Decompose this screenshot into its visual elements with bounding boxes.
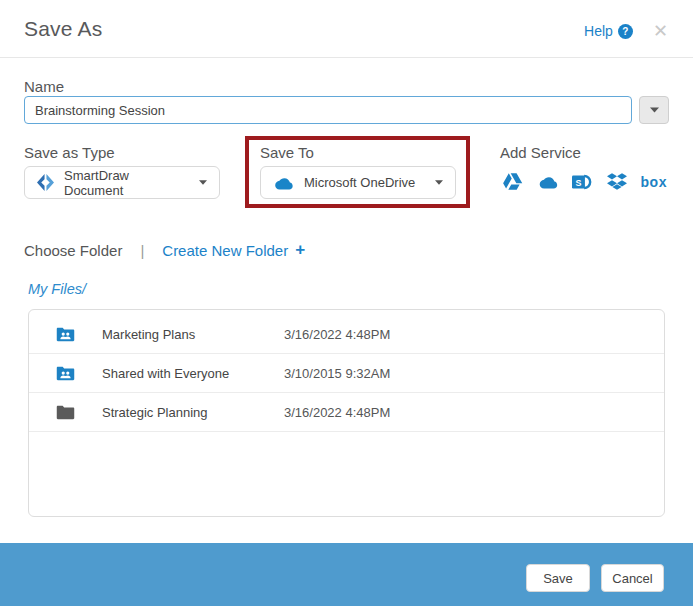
- name-history-dropdown-button[interactable]: [639, 96, 669, 124]
- sharepoint-letter: S: [576, 177, 582, 187]
- onedrive-icon[interactable]: [537, 175, 559, 189]
- google-drive-icon[interactable]: [502, 172, 523, 191]
- breadcrumb[interactable]: My Files/: [28, 281, 86, 297]
- onedrive-cloud-icon: [273, 176, 294, 190]
- chevron-down-icon: [650, 107, 659, 113]
- folder-modified-date: 3/10/2015 9:32AM: [284, 366, 390, 381]
- save-as-type-dropdown[interactable]: SmartDraw Document: [24, 166, 220, 199]
- dropbox-icon[interactable]: [607, 173, 627, 190]
- create-new-folder-button[interactable]: Create New Folder +: [162, 240, 305, 260]
- create-new-folder-label: Create New Folder: [162, 242, 288, 259]
- list-item[interactable]: Shared with Everyone 3/10/2015 9:32AM: [29, 354, 664, 393]
- folder-icon: [56, 405, 75, 424]
- save-to-label: Save To: [260, 144, 314, 161]
- help-icon: ?: [618, 24, 633, 39]
- folder-modified-date: 3/16/2022 4:48PM: [284, 327, 390, 342]
- save-as-dialog: Save As Help ? ✕ Name Save as Type Smart…: [0, 0, 693, 606]
- cancel-button[interactable]: Cancel: [601, 564, 664, 592]
- list-item[interactable]: Strategic Planning 3/16/2022 4:48PM: [29, 393, 664, 432]
- divider: |: [140, 242, 144, 259]
- help-label: Help: [584, 23, 613, 39]
- shared-folder-icon: [56, 327, 75, 346]
- folder-name: Shared with Everyone: [102, 366, 229, 381]
- dialog-footer: Save Cancel: [0, 543, 693, 606]
- save-to-highlight-box: Save To Microsoft OneDrive: [245, 136, 470, 208]
- save-to-value: Microsoft OneDrive: [304, 175, 425, 190]
- header-actions: Help ? ✕: [584, 22, 668, 40]
- list-item[interactable]: Marketing Plans 3/16/2022 4:48PM: [29, 315, 664, 354]
- page-title: Save As: [24, 17, 102, 41]
- folder-modified-date: 3/16/2022 4:48PM: [284, 405, 390, 420]
- shared-folder-icon: [56, 366, 75, 385]
- choose-folder-label: Choose Folder: [24, 242, 122, 259]
- folder-name: Marketing Plans: [102, 327, 195, 342]
- plus-icon: +: [295, 240, 305, 260]
- chevron-down-icon: [435, 180, 443, 185]
- dialog-header: Save As Help ? ✕: [0, 0, 693, 58]
- folder-action-bar: Choose Folder | Create New Folder +: [24, 240, 305, 260]
- chevron-down-icon: [199, 180, 207, 185]
- folder-list: Marketing Plans 3/16/2022 4:48PM Shared …: [28, 309, 665, 517]
- box-logo-text: box: [641, 174, 667, 190]
- add-service-label: Add Service: [500, 144, 581, 161]
- sharepoint-icon[interactable]: S: [572, 173, 593, 191]
- name-input[interactable]: [24, 96, 632, 124]
- save-as-type-value: SmartDraw Document: [64, 168, 189, 198]
- save-to-dropdown[interactable]: Microsoft OneDrive: [260, 166, 456, 199]
- add-service-icons: S box: [502, 172, 667, 191]
- save-as-type-label: Save as Type: [24, 144, 115, 161]
- smartdraw-logo-icon: [37, 174, 54, 191]
- folder-name: Strategic Planning: [102, 405, 208, 420]
- save-button[interactable]: Save: [526, 564, 590, 592]
- close-icon[interactable]: ✕: [653, 22, 668, 40]
- help-link[interactable]: Help ?: [584, 23, 633, 39]
- name-label: Name: [24, 78, 64, 95]
- box-icon[interactable]: box: [641, 174, 667, 190]
